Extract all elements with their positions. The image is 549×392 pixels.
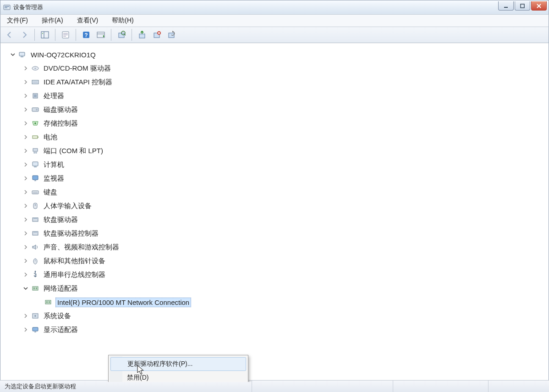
tree-node[interactable]: 端口 (COM 和 LPT) [10, 144, 543, 158]
tree-expander-closed[interactable] [22, 313, 29, 319]
close-button[interactable] [531, 1, 547, 11]
tree-node[interactable]: 计算机 [10, 158, 543, 171]
floppy-drive-icon [31, 215, 40, 224]
tree-expander-closed[interactable] [22, 203, 29, 209]
tree-expander-closed[interactable] [22, 161, 29, 168]
tree-node-label: 键盘 [43, 188, 58, 197]
disable-device-button[interactable] [150, 28, 163, 41]
window-title: 设备管理器 [13, 3, 43, 11]
menu-help[interactable]: 帮助(H) [109, 16, 136, 26]
tree-expander-closed[interactable] [22, 244, 29, 250]
svg-rect-41 [38, 137, 38, 138]
storage-controller-icon [31, 119, 40, 128]
processor-icon [31, 91, 40, 100]
back-button[interactable] [3, 28, 16, 41]
tree-expander-closed[interactable] [22, 93, 29, 99]
cm-update-driver[interactable]: 更新驱动程序软件(P)... [110, 357, 246, 371]
menu-view[interactable]: 查看(V) [74, 16, 101, 26]
svg-rect-69 [33, 327, 38, 331]
cm-disable[interactable]: 禁用(D) [110, 371, 247, 382]
tree-expander-closed[interactable] [22, 258, 29, 264]
tree-node[interactable]: 声音、视频和游戏控制器 [10, 240, 543, 254]
app-icon [3, 4, 11, 11]
device-tree[interactable]: WIN-OQ72CKRIO1Q DVD/CD-ROM 驱动器 IDE ATA/A… [0, 43, 549, 382]
svg-rect-61 [33, 287, 38, 290]
tree-node-label: 计算机 [43, 160, 65, 170]
tree-expander-closed[interactable] [22, 79, 29, 85]
tree-node[interactable]: 人体学输入设备 [10, 199, 543, 213]
tree-node[interactable]: 显示适配器 [10, 323, 543, 337]
tree-expander-closed[interactable] [22, 106, 29, 113]
tree-expander-closed[interactable] [22, 216, 29, 223]
tree-node-label: DVD/CD-ROM 驱动器 [43, 64, 112, 73]
svg-rect-57 [33, 232, 37, 232]
tree-child-node[interactable]: Intel(R) PRO/1000 MT Network Connection [10, 295, 543, 309]
svg-line-6 [537, 4, 541, 8]
disc-drive-icon [31, 64, 40, 73]
tree-node[interactable]: 磁盘驱动器 [10, 103, 543, 116]
tree-expander-closed[interactable] [22, 326, 29, 333]
tree-expander-closed[interactable] [22, 271, 29, 278]
tree-expander-closed[interactable] [22, 148, 29, 154]
svg-rect-29 [19, 52, 25, 56]
tree-node[interactable]: 电池 [10, 130, 543, 144]
titlebar: 设备管理器 [0, 0, 549, 15]
tree-node[interactable]: 存储控制器 [10, 116, 543, 130]
svg-rect-64 [45, 300, 51, 304]
menu-action[interactable]: 操作(A) [39, 16, 66, 26]
svg-rect-1 [5, 6, 9, 7]
tree-node[interactable]: 通用串行总线控制器 [10, 268, 543, 282]
tree-expander-closed[interactable] [22, 230, 29, 237]
tree-expander-closed[interactable] [22, 175, 29, 182]
tree-node-label: 显示适配器 [43, 325, 79, 335]
svg-rect-22 [139, 34, 145, 38]
minimize-button[interactable] [498, 1, 514, 11]
tree-node[interactable]: IDE ATA/ATAPI 控制器 [10, 75, 543, 89]
menubar: 文件(F) 操作(A) 查看(V) 帮助(H) [0, 15, 549, 27]
svg-rect-63 [36, 287, 37, 289]
update-driver-button[interactable] [136, 28, 148, 41]
mouse-icon [31, 256, 40, 265]
tree-node[interactable]: 软盘驱动器 [10, 213, 543, 226]
uninstall-device-button[interactable] [165, 28, 178, 41]
svg-rect-62 [33, 287, 35, 289]
menu-file[interactable]: 文件(F) [4, 16, 31, 26]
tree-expander-closed[interactable] [22, 120, 29, 127]
tree-expander-closed[interactable] [22, 65, 29, 72]
tree-node[interactable]: 鼠标和其他指针设备 [10, 254, 543, 268]
cm-label: 更新驱动程序软件(P)... [127, 360, 192, 367]
tree-node[interactable]: DVD/CD-ROM 驱动器 [10, 61, 543, 75]
tree-expander-none [35, 299, 42, 305]
svg-point-60 [35, 271, 36, 272]
svg-rect-4 [521, 4, 524, 8]
svg-rect-45 [33, 162, 38, 166]
display-adapter-icon [31, 325, 40, 334]
scan-hardware-button[interactable] [115, 28, 128, 41]
tree-expander-open[interactable] [22, 285, 29, 292]
tree-node-label: 电池 [43, 133, 58, 142]
svg-rect-42 [33, 149, 38, 151]
properties-button[interactable] [59, 28, 72, 41]
svg-point-53 [35, 204, 36, 206]
maximize-button[interactable] [515, 1, 530, 11]
tree-expander-closed[interactable] [22, 189, 29, 195]
tree-node[interactable]: 键盘 [10, 185, 543, 199]
svg-rect-48 [34, 180, 36, 181]
tree-node-label: 系统设备 [43, 311, 72, 321]
tree-node[interactable]: 网络适配器 [10, 282, 543, 295]
tree-pane-button[interactable] [38, 28, 51, 41]
tree-root-node[interactable]: WIN-OQ72CKRIO1Q [10, 48, 543, 61]
tree-expander-closed[interactable] [22, 134, 29, 140]
system-devices-icon [31, 311, 40, 320]
help-button[interactable]: ? [80, 28, 93, 41]
tree-expander-open[interactable] [10, 51, 16, 58]
battery-icon [31, 133, 40, 142]
tree-node[interactable]: 处理器 [10, 89, 543, 103]
svg-rect-52 [33, 203, 37, 209]
svg-point-9 [42, 33, 43, 34]
details-button[interactable] [94, 28, 107, 41]
tree-node[interactable]: 系统设备 [10, 309, 543, 323]
forward-button[interactable] [18, 28, 31, 41]
tree-node[interactable]: 软盘驱动器控制器 [10, 226, 543, 240]
tree-node[interactable]: 监视器 [10, 171, 543, 185]
